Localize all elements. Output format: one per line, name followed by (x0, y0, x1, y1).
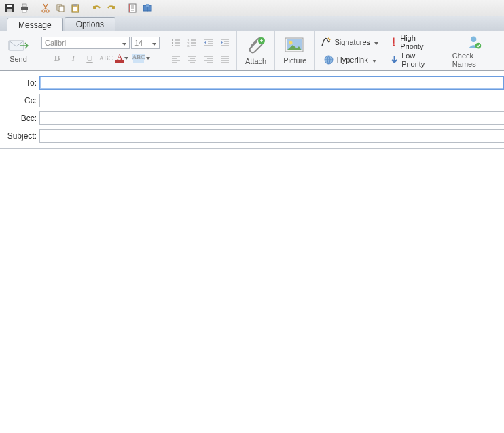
numbering-button[interactable]: 1 2 3 (185, 36, 200, 50)
group-links: Signatures Hyperlink (315, 31, 384, 70)
hyperlink-label: Hyperlink (337, 56, 368, 64)
paste-icon (70, 3, 81, 14)
group-attach: Attach (237, 31, 275, 70)
tab-message[interactable]: Message (7, 18, 63, 31)
underline-button[interactable]: U (82, 52, 97, 65)
signatures-label: Signatures (334, 38, 370, 46)
group-check-names: Check Names (444, 31, 504, 70)
subject-label: Subject: (0, 131, 39, 141)
separator (122, 2, 122, 14)
align-right-button[interactable] (201, 52, 216, 66)
low-priority-button[interactable]: Low Priority (387, 51, 441, 69)
low-priority-icon (390, 54, 399, 65)
print-button[interactable] (18, 1, 31, 15)
increase-indent-button[interactable] (217, 36, 232, 50)
font-name-value: Calibri (45, 39, 66, 47)
save-icon (4, 3, 15, 14)
copy-icon (55, 3, 66, 14)
save-button[interactable] (3, 1, 16, 15)
bcc-row: Bcc: (0, 111, 504, 125)
copy-button[interactable] (54, 1, 67, 15)
numbering-icon: 1 2 3 (187, 38, 197, 48)
svg-point-6 (42, 10, 45, 12)
svg-rect-11 (73, 4, 77, 6)
check-names-icon (465, 34, 484, 50)
to-label: To: (0, 78, 39, 88)
send-label: Send (10, 55, 27, 63)
paste-button[interactable] (69, 1, 82, 15)
group-formatting: Calibri 14 B I U ABC A (37, 31, 164, 70)
reference-button[interactable] (141, 1, 154, 15)
chevron-down-icon (149, 39, 156, 47)
cc-row: Cc: (0, 94, 504, 107)
group-send: Send (0, 31, 37, 70)
send-icon (8, 39, 29, 54)
svg-point-64 (393, 44, 395, 46)
low-priority-label: Low Priority (401, 52, 438, 68)
print-icon (19, 3, 30, 14)
message-body[interactable] (0, 149, 504, 433)
high-priority-icon (390, 37, 397, 48)
align-center-icon (187, 54, 197, 64)
svg-text:3: 3 (187, 44, 190, 48)
highlight-button[interactable]: ABC (131, 52, 151, 65)
subject-row: Subject: (0, 129, 504, 143)
check-names-button[interactable]: Check Names (448, 33, 500, 69)
to-input[interactable] (39, 76, 504, 90)
undo-icon (91, 3, 102, 14)
font-size-value: 14 (134, 39, 143, 47)
align-left-button[interactable] (168, 52, 183, 66)
ribbon-tabs: Message Options (0, 16, 504, 31)
align-center-button[interactable] (185, 52, 200, 66)
chevron-down-icon (120, 39, 126, 47)
align-justify-button[interactable] (217, 52, 232, 66)
attach-button[interactable]: Attach (241, 33, 270, 69)
tab-options[interactable]: Options (65, 17, 115, 31)
bcc-input[interactable] (39, 111, 504, 125)
undo-button[interactable] (90, 1, 103, 15)
hyperlink-button[interactable]: Hyperlink (321, 51, 379, 69)
separator (86, 2, 86, 14)
chevron-down-icon (124, 57, 129, 60)
bullets-button[interactable] (168, 36, 183, 50)
send-button[interactable]: Send (4, 33, 33, 69)
chevron-down-icon (372, 56, 376, 64)
cc-input[interactable] (39, 94, 504, 107)
address-book-button[interactable] (126, 1, 139, 15)
chevron-down-icon (145, 57, 151, 60)
svg-point-66 (475, 42, 482, 48)
picture-button[interactable]: Picture (279, 33, 310, 69)
attach-label: Attach (245, 57, 266, 65)
strikethrough-button[interactable]: ABC (98, 52, 113, 65)
bcc-label: Bcc: (0, 114, 39, 123)
quick-access-toolbar (0, 0, 504, 16)
bold-button[interactable]: B (50, 52, 65, 65)
svg-rect-1 (7, 5, 12, 7)
svg-rect-9 (59, 6, 64, 12)
signatures-button[interactable]: Signatures (318, 33, 381, 51)
address-book-icon (127, 3, 138, 14)
decrease-indent-button[interactable] (201, 36, 216, 50)
svg-point-26 (172, 45, 173, 46)
tab-message-label: Message (18, 20, 52, 30)
svg-point-7 (46, 10, 49, 12)
align-justify-icon (220, 54, 230, 64)
check-names-label: Check Names (452, 52, 496, 68)
font-size-combo[interactable]: 14 (131, 37, 160, 49)
cut-button[interactable] (39, 1, 52, 15)
redo-button[interactable] (105, 1, 118, 15)
font-name-combo[interactable]: Calibri (41, 37, 130, 49)
signatures-icon (321, 37, 331, 48)
svg-point-65 (471, 36, 477, 42)
group-priority: High Priority Low Priority (384, 31, 444, 70)
align-left-icon (171, 54, 181, 64)
high-priority-button[interactable]: High Priority (387, 33, 441, 51)
separator (35, 2, 35, 14)
group-paragraph: 1 2 3 (164, 31, 237, 70)
subject-input[interactable] (39, 129, 504, 143)
font-color-button[interactable]: A (115, 52, 130, 65)
address-block: To: Cc: Bcc: Subject: (0, 71, 504, 149)
indent-icon (220, 38, 230, 48)
italic-button[interactable]: I (66, 52, 81, 65)
to-row: To: (0, 76, 504, 90)
